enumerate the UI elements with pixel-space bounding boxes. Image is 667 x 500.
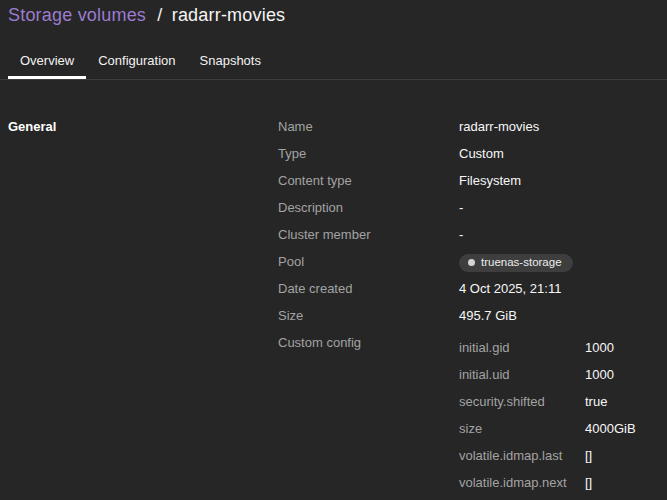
config-row-volatile-idmap-last: volatile.idmap.last [] xyxy=(459,442,636,469)
row-value: - xyxy=(459,194,463,221)
row-value: Custom xyxy=(459,140,504,167)
config-row-initial-gid: initial.gid 1000 xyxy=(459,334,636,361)
table-row-custom-config: Custom config initial.gid 1000 initial.u… xyxy=(278,329,667,496)
row-label: Name xyxy=(278,113,459,140)
config-key: initial.uid xyxy=(459,361,585,388)
config-key: size xyxy=(459,415,585,442)
row-value: radarr-movies xyxy=(459,113,539,140)
row-label: Date created xyxy=(278,275,459,302)
breadcrumb: Storage volumes / radarr-movies xyxy=(0,0,667,26)
pool-badge-label: truenas-storage xyxy=(481,249,562,276)
breadcrumb-storage-volumes-link[interactable]: Storage volumes xyxy=(8,5,146,25)
table-row-description: Description - xyxy=(278,194,667,221)
config-value: true xyxy=(585,388,607,415)
config-value: 4000GiB xyxy=(585,415,636,442)
table-row-size: Size 495.7 GiB xyxy=(278,302,667,329)
tab-bar: Overview Configuration Snapshots xyxy=(0,46,667,80)
general-details-table: Name radarr-movies Type Custom Content t… xyxy=(278,113,667,496)
status-dot-icon xyxy=(468,259,475,266)
row-label: Type xyxy=(278,140,459,167)
row-label: Custom config xyxy=(278,329,459,356)
table-row-date-created: Date created 4 Oct 2025, 21:11 xyxy=(278,275,667,302)
config-row-security-shifted: security.shifted true xyxy=(459,388,636,415)
row-value: 4 Oct 2025, 21:11 xyxy=(459,275,561,302)
config-key: volatile.idmap.next xyxy=(459,469,585,496)
table-row-content-type: Content type Filesystem xyxy=(278,167,667,194)
overview-content: General Name radarr-movies Type Custom C… xyxy=(0,113,667,496)
custom-config-table: initial.gid 1000 initial.uid 1000 securi… xyxy=(459,334,636,496)
row-value: Filesystem xyxy=(459,167,521,194)
tab-snapshots[interactable]: Snapshots xyxy=(188,46,273,79)
config-key: security.shifted xyxy=(459,388,585,415)
tab-overview[interactable]: Overview xyxy=(8,46,86,79)
table-row-type: Type Custom xyxy=(278,140,667,167)
table-row-pool: Pool truenas-storage xyxy=(278,248,667,275)
storage-volume-detail-page: Storage volumes / radarr-movies Overview… xyxy=(0,0,667,500)
page-title: radarr-movies xyxy=(172,5,286,25)
config-key: initial.gid xyxy=(459,334,585,361)
row-label: Description xyxy=(278,194,459,221)
config-row-initial-uid: initial.uid 1000 xyxy=(459,361,636,388)
config-value: [] xyxy=(585,469,592,496)
config-value: 1000 xyxy=(585,361,614,388)
row-value: truenas-storage xyxy=(459,248,573,275)
config-row-size: size 4000GiB xyxy=(459,415,636,442)
row-label: Pool xyxy=(278,248,459,275)
row-label: Cluster member xyxy=(278,221,459,248)
row-label: Size xyxy=(278,302,459,329)
breadcrumb-separator: / xyxy=(151,5,166,25)
row-value: - xyxy=(459,221,463,248)
table-row-name: Name radarr-movies xyxy=(278,113,667,140)
config-value: [] xyxy=(585,442,592,469)
config-value: 1000 xyxy=(585,334,614,361)
table-row-cluster-member: Cluster member - xyxy=(278,221,667,248)
section-heading-general: General xyxy=(8,113,278,140)
pool-badge[interactable]: truenas-storage xyxy=(459,254,573,272)
config-key: volatile.idmap.last xyxy=(459,442,585,469)
tab-configuration[interactable]: Configuration xyxy=(86,46,187,79)
row-label: Content type xyxy=(278,167,459,194)
row-value: 495.7 GiB xyxy=(459,302,517,329)
config-row-volatile-idmap-next: volatile.idmap.next [] xyxy=(459,469,636,496)
section-column: General xyxy=(8,113,278,496)
